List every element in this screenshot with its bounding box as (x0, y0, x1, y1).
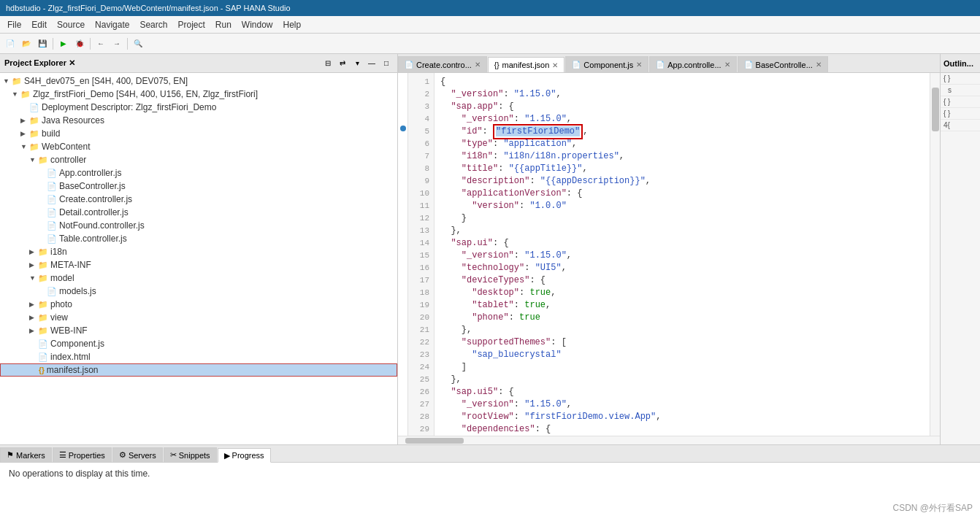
tree-item[interactable]: 📄models.js (0, 285, 397, 298)
tab-close-btn[interactable]: ✕ (475, 61, 481, 69)
toolbar-open-btn[interactable]: 📂 (19, 36, 34, 51)
editor-tab-create-controller[interactable]: 📄Create.contro...✕ (398, 56, 487, 72)
outline-item-3[interactable]: { } (941, 96, 980, 108)
tree-expand-icon[interactable]: ▶ (29, 261, 38, 269)
tree-expand-icon[interactable]: ▶ (20, 117, 29, 124)
menu-navigate[interactable]: Navigate (91, 18, 134, 31)
tab-close-btn[interactable]: ✕ (552, 61, 558, 69)
tree-expand-icon[interactable]: ▶ (29, 248, 38, 255)
menu-search[interactable]: Search (135, 18, 172, 31)
tree-item[interactable]: 📄App.controller.js (0, 166, 397, 180)
editor-tab-base-controller[interactable]: 📄BaseControlle...✕ (738, 56, 828, 72)
tree-node-icon: 📁 (38, 326, 48, 336)
scrollbar-thumb[interactable] (932, 88, 939, 131)
code-line: "id": "firstFioriDemo", (440, 126, 924, 138)
tree-item[interactable]: 📄Deployment Descriptor: Zlgz_firstFiori_… (0, 101, 397, 114)
tree-item[interactable]: ▶📁Java Resources (0, 114, 397, 127)
tree-expand-icon[interactable]: ▼ (3, 77, 12, 85)
editor-tab-manifest-json[interactable]: {}manifest.json✕ (488, 57, 565, 73)
code-editor: 1234567891011121314151617181920212223242… (398, 73, 940, 436)
tree-node-icon: 📄 (47, 221, 57, 231)
tree-item[interactable]: ▼📁S4H_dev075_en [S4H, 400, DEV075, EN] (0, 74, 397, 88)
tree-item[interactable]: ▼📁controller (0, 153, 397, 166)
toolbar-run-btn[interactable]: ▶ (56, 36, 71, 51)
tree-item[interactable]: ▶📁i18n (0, 245, 397, 258)
tree-expand-icon[interactable]: ▼ (29, 274, 38, 282)
editor-scrollbar[interactable] (930, 73, 940, 436)
code-line: }, (440, 374, 924, 386)
tree-item[interactable]: ▶📁WEB-INF (0, 324, 397, 337)
marker-dot (400, 126, 406, 131)
tab-close-btn[interactable]: ✕ (816, 61, 822, 69)
toolbar-back-btn[interactable]: ← (93, 36, 108, 51)
toolbar-forward-btn[interactable]: → (110, 36, 124, 51)
editor-tab-component-js[interactable]: 📄Component.js✕ (565, 56, 648, 72)
link-with-editor-btn[interactable]: ⇄ (336, 57, 349, 70)
tree-item[interactable]: 📄Table.controller.js (0, 232, 397, 245)
h-scrollbar[interactable] (398, 436, 940, 444)
minimize-panel-btn[interactable]: — (365, 57, 378, 70)
tab-close-btn[interactable]: ✕ (724, 61, 730, 69)
line-number: 10 (413, 188, 429, 200)
outline-item-2[interactable]: s (941, 85, 980, 96)
tree-item[interactable]: 📄Component.js (0, 337, 397, 350)
tree-item[interactable]: ▶📁META-INF (0, 258, 397, 271)
tree-item[interactable]: 📄index.html (0, 350, 397, 363)
toolbar-new-btn[interactable]: 📄 (3, 36, 18, 51)
menu-window[interactable]: Window (237, 18, 277, 31)
code-content[interactable]: { "_version": "1.15.0", "sap.app": { "_v… (435, 73, 930, 436)
maximize-panel-btn[interactable]: □ (380, 57, 393, 70)
tree-node-label: photo (50, 299, 72, 309)
outline-item-4[interactable]: { } (941, 108, 980, 120)
bottom-tab-label: Snippets (179, 451, 210, 460)
tree-item[interactable]: ▶📁build (0, 127, 397, 140)
tree-item[interactable]: 📄NotFound.controller.js (0, 219, 397, 232)
toolbar-debug-btn[interactable]: 🐞 (72, 36, 87, 51)
tree-item[interactable]: ▼📁WebContent (0, 140, 397, 153)
bottom-tab-snippets[interactable]: ✂ Snippets (164, 447, 217, 462)
tree-view[interactable]: ▼📁S4H_dev075_en [S4H, 400, DEV075, EN]▼📁… (0, 73, 397, 444)
toolbar-save-btn[interactable]: 💾 (35, 36, 50, 51)
tree-expand-icon[interactable]: ▼ (20, 143, 29, 150)
tree-item[interactable]: 📄Create.controller.js (0, 193, 397, 206)
tree-expand-icon[interactable]: ▶ (20, 130, 29, 137)
bottom-tab-markers[interactable]: ⚑ Markers (0, 447, 52, 462)
code-line: } (440, 212, 924, 225)
editor-tab-app-controller[interactable]: 📄App.controlle...✕ (649, 56, 736, 72)
line-number: 13 (413, 225, 429, 237)
tree-item[interactable]: 📄Detail.controller.js (0, 206, 397, 219)
bottom-tab-properties[interactable]: ☰ Properties (53, 447, 112, 462)
tree-item[interactable]: ▶📁view (0, 311, 397, 324)
tree-expand-icon[interactable]: ▼ (12, 90, 20, 98)
tree-item[interactable]: 📄BaseController.js (0, 180, 397, 193)
code-token: : (493, 150, 503, 163)
title-bar: hdbstudio - Zlgz_firstFiori_Demo/WebCont… (0, 0, 980, 16)
bottom-tab-servers[interactable]: ⚙ Servers (112, 447, 163, 462)
tab-close-btn[interactable]: ✕ (636, 61, 642, 69)
menu-help[interactable]: Help (279, 18, 306, 31)
menu-file[interactable]: File (3, 18, 26, 31)
tree-expand-icon[interactable]: ▶ (29, 301, 38, 308)
panel-menu-btn[interactable]: ▾ (351, 57, 364, 70)
line-number: 17 (413, 274, 429, 287)
outline-item-1[interactable]: { } (941, 73, 980, 85)
tree-expand-icon[interactable]: ▼ (29, 156, 38, 163)
tree-expand-icon[interactable]: ▶ (29, 314, 38, 321)
outline-item-5[interactable]: 4{ (941, 120, 980, 131)
tree-item[interactable]: {}manifest.json (0, 363, 397, 377)
collapse-all-btn[interactable]: ⊟ (321, 57, 334, 70)
tree-item[interactable]: ▶📁photo (0, 298, 397, 311)
h-scrollbar-thumb[interactable] (405, 438, 464, 444)
tree-expand-icon[interactable]: ▶ (29, 327, 38, 334)
menu-project[interactable]: Project (173, 18, 209, 31)
marker-line (398, 237, 407, 250)
toolbar-search-btn[interactable]: 🔍 (131, 36, 145, 51)
menu-edit[interactable]: Edit (27, 18, 51, 31)
code-token: "1.15.0" (514, 88, 556, 101)
bottom-tab-progress[interactable]: ▶ Progress (218, 448, 271, 463)
tree-node-icon: 📁 (38, 274, 48, 283)
tree-item[interactable]: ▼📁model (0, 271, 397, 285)
menu-run[interactable]: Run (211, 18, 236, 31)
tree-item[interactable]: ▼📁Zlgz_firstFiori_Demo [S4H, 400, U156, … (0, 88, 397, 101)
menu-source[interactable]: Source (53, 18, 89, 31)
